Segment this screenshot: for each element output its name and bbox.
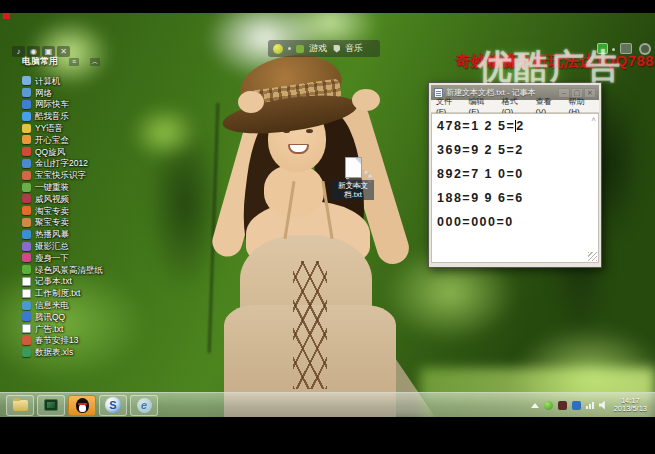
taskbar-app-sogou-browser-icon[interactable]: S [99, 395, 127, 416]
text-file-icon [22, 324, 31, 333]
download-app-icon [22, 100, 31, 109]
music-icon[interactable] [332, 45, 340, 53]
sidebar-item-label: 一键重装 [35, 182, 69, 192]
collapse-icon[interactable]: ︿ [90, 58, 100, 66]
sidebar-item-数据表.xls[interactable]: 数据表.xls [22, 346, 142, 358]
screen-capture-icon[interactable]: ▣ [42, 46, 55, 57]
sidebar-item-QQ旋风[interactable]: QQ旋风 [22, 146, 142, 158]
sidebar-item-工作制度.txt[interactable]: 工作制度.txt [22, 287, 142, 299]
music-app-icon [22, 112, 31, 121]
notepad-menubar: 文件(F)编辑(E)格式(O)查看(V)帮助(H) [431, 100, 599, 113]
player-orb-icon[interactable] [273, 44, 283, 54]
letterbox-top [0, 0, 655, 13]
sidebar-item-威风视频[interactable]: 威风视频 [22, 193, 142, 205]
sidebar-item-计算机[interactable]: 计算机 [22, 75, 142, 87]
computer-icon [22, 76, 31, 85]
sidebar-item-网际快车[interactable]: 网际快车 [22, 99, 142, 111]
close-icon[interactable]: ✕ [57, 46, 70, 57]
sidebar-item-信息来电[interactable]: 信息来电 [22, 299, 142, 311]
reinstall-icon [22, 183, 31, 192]
network-signal-icon[interactable] [586, 402, 594, 409]
sidebar-item-label: 热播风暴 [35, 229, 69, 239]
letterbox-bottom [0, 417, 655, 454]
volume-icon[interactable] [599, 401, 609, 410]
taskbar-app-media-app-icon[interactable] [37, 395, 65, 416]
sidebar-item-label: 威风视频 [35, 194, 69, 204]
right-hand [352, 89, 380, 111]
notepad-line: 892=7 1 0=0 [432, 162, 598, 186]
music-label[interactable]: 音乐 [345, 42, 363, 55]
sidebar-item-网络[interactable]: 网络 [22, 87, 142, 99]
taskbar-apps: Se [0, 395, 158, 416]
sidebar-item-label: QQ旋风 [35, 147, 65, 157]
message-app-icon [22, 301, 31, 310]
antivirus-tray-icon[interactable] [544, 401, 553, 410]
sidebar-item-淘宝专卖[interactable]: 淘宝专卖 [22, 205, 142, 217]
sidebar-item-聚宝专卖[interactable]: 聚宝专卖 [22, 217, 142, 229]
hot-video-icon [22, 230, 31, 239]
notepad-line: 188=9 9 6=6 [432, 186, 598, 210]
sidebar-item-label: 记事本.txt [35, 276, 72, 286]
sidebar-item-label: 网际快车 [35, 99, 69, 109]
sidebar-item-金山打字2012[interactable]: 金山打字2012 [22, 158, 142, 170]
sidebar-item-腾讯QQ[interactable]: 腾讯QQ [22, 311, 142, 323]
sidebar-item-label: 宝宝快乐识字 [35, 170, 86, 180]
notepad-window: 新建文本文档.txt - 记事本 –▢✕ 文件(F)编辑(E)格式(O)查看(V… [428, 82, 602, 268]
sidebar-item-label: 摄影汇总 [35, 241, 69, 251]
taobao-icon [22, 206, 31, 215]
sidebar-item-一键重装[interactable]: 一键重装 [22, 181, 142, 193]
sidebar-item-label: 腾讯QQ [35, 312, 65, 322]
sidebar-item-label: 工作制度.txt [35, 288, 80, 298]
game-icon[interactable] [296, 45, 304, 53]
sidebar-item-酷我音乐[interactable]: 酷我音乐 [22, 110, 142, 122]
taskbar-clock[interactable]: 14:17 2013/5/13 [614, 397, 651, 414]
camera-icon[interactable]: ◉ [27, 46, 40, 57]
sidebar-item-label: 酷我音乐 [35, 111, 69, 121]
sidebar-item-广告.txt[interactable]: 广告.txt [22, 323, 142, 335]
taskbar-app-folder-icon[interactable] [6, 395, 34, 416]
photo-app-icon [22, 242, 31, 251]
corset-lacing [293, 261, 327, 389]
sidebar-item-开心宝盒[interactable]: 开心宝盒 [22, 134, 142, 146]
taskbar-app-qq-icon[interactable] [68, 395, 96, 416]
qq-icon [76, 398, 89, 413]
sidebar-item-记事本.txt[interactable]: 记事本.txt [22, 276, 142, 288]
sidebar-item-春节安排13[interactable]: 春节安排13 [22, 335, 142, 347]
wallpaper-folder-icon [22, 265, 31, 274]
sidebar-item-瘦身一下[interactable]: 瘦身一下 [22, 252, 142, 264]
qq-downloader-icon [22, 147, 31, 156]
sidebar-item-label: 信息来电 [35, 300, 69, 310]
grid-view-icon[interactable]: ≡ [69, 58, 79, 66]
separator-dot-icon [288, 47, 291, 50]
sidebar-item-label: 金山打字2012 [35, 158, 88, 168]
sidebar-item-宝宝快乐识字[interactable]: 宝宝快乐识字 [22, 169, 142, 181]
sidebar-item-label: 绿色风景高清壁纸 [35, 265, 103, 275]
right-eye [306, 129, 313, 133]
sidebar-item-绿色风景高清壁纸[interactable]: 绿色风景高清壁纸 [22, 264, 142, 276]
player-center-toolbar: 游戏 音乐 [268, 40, 380, 57]
security-tray-icon[interactable] [558, 401, 567, 410]
sidebar-item-YY语音[interactable]: YY语音 [22, 122, 142, 134]
sidebar-item-label: 数据表.xls [35, 347, 73, 357]
desktop-file-icon[interactable]: 新文本文档.txt [332, 157, 374, 200]
sidebar-item-label: 淘宝专卖 [35, 206, 69, 216]
sidebar-item-热播风暴[interactable]: 热播风暴 [22, 228, 142, 240]
music-note-icon[interactable]: ♪ [12, 46, 25, 57]
sidebar-item-label: YY语音 [35, 123, 63, 133]
sidebar-item-摄影汇总[interactable]: 摄影汇总 [22, 240, 142, 252]
folder-icon [13, 400, 28, 411]
messenger-tray-icon[interactable] [572, 401, 581, 410]
clock-date: 2013/5/13 [614, 405, 647, 414]
sogou-browser-icon: S [105, 397, 121, 413]
taskbar-app-ie-browser-icon[interactable]: e [130, 395, 158, 416]
notepad-line: 000=000=0 [432, 210, 598, 234]
sidebar-item-label: 聚宝专卖 [35, 217, 69, 227]
tray-expand-arrow-icon[interactable] [531, 403, 539, 408]
excel-file-icon [22, 348, 31, 357]
scroll-up-icon[interactable]: ˄ [591, 116, 596, 124]
sidebar-item-label: 春节安排13 [35, 335, 78, 345]
notepad-content[interactable]: ˄ 478=1 2 5=2369=9 2 5=2892=7 1 0=0188=9… [431, 113, 599, 263]
resize-grip[interactable] [588, 252, 597, 261]
record-indicator-icon [3, 13, 10, 19]
game-label[interactable]: 游戏 [309, 42, 327, 55]
